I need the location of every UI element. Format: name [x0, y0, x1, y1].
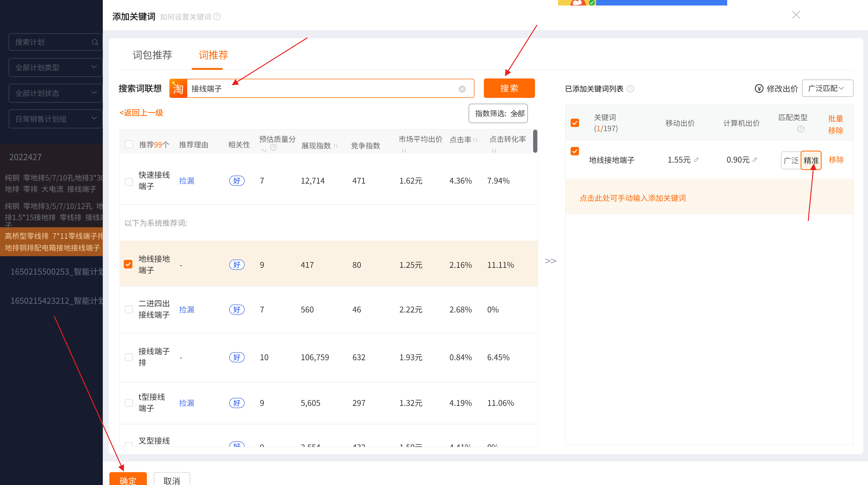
svg-text:?: ?: [629, 86, 631, 91]
svg-text:?: ?: [273, 145, 275, 150]
svg-text:?: ?: [216, 14, 218, 19]
svg-text:?: ?: [800, 127, 802, 131]
